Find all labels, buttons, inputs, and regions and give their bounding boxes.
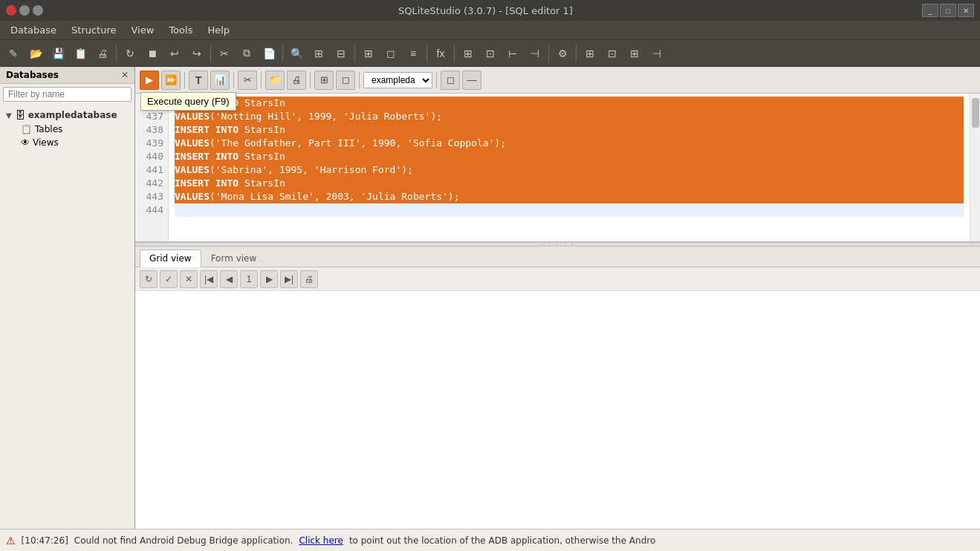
code-editor[interactable]: 436 437 438 439 440 441 442 443 444 INSE… <box>135 94 980 242</box>
save-file-button[interactable]: 📁 <box>265 71 285 90</box>
maximize-button[interactable] <box>33 5 43 16</box>
status-time: [10:47:26] <box>22 535 68 546</box>
tab-grid-view[interactable]: Grid view <box>140 250 201 267</box>
res-next-button[interactable]: ▶ <box>260 270 278 288</box>
tb-print-button[interactable]: 🖨 <box>92 43 113 64</box>
res-cancel-button[interactable]: ✕ <box>180 270 198 288</box>
code-line-438: INSERT INTO StarsIn <box>175 123 964 137</box>
close-button[interactable] <box>6 5 16 16</box>
tb-split-button[interactable]: ⊣ <box>646 43 667 64</box>
status-link[interactable]: Click here <box>299 535 343 546</box>
sidebar-close-button[interactable]: ✕ <box>121 70 129 80</box>
tb-union-button[interactable]: ⊡ <box>480 43 501 64</box>
sidebar: Databases ✕ ▼ 🗄 exampledatabase 📋 Tables… <box>0 67 135 529</box>
res-last-button[interactable]: ▶| <box>280 270 298 288</box>
code-line-437: VALUES('Notting Hill', 1999, 'Julia Robe… <box>175 110 964 123</box>
res-page-button[interactable]: 1 <box>240 270 258 288</box>
tb-settings-button[interactable]: ⚙ <box>552 43 573 64</box>
btn-border[interactable]: ◻ <box>441 71 460 90</box>
minimize-button[interactable] <box>19 5 30 16</box>
tb-rowview-button[interactable]: ⊡ <box>602 43 623 64</box>
tb-redo-button[interactable]: ↪ <box>186 43 207 64</box>
tb-table-button[interactable]: ⊞ <box>358 43 379 64</box>
db-name: exampledatabase <box>28 110 117 120</box>
menu-view[interactable]: View <box>124 22 162 38</box>
tb-filter-button[interactable]: ⊞ <box>308 43 329 64</box>
execute-button[interactable]: ▶ Execute query (F9) <box>140 71 159 90</box>
filter-input[interactable] <box>3 87 132 102</box>
main-layout: Databases ✕ ▼ 🗄 exampledatabase 📋 Tables… <box>0 67 980 529</box>
menu-structure[interactable]: Structure <box>64 22 123 38</box>
editor-scrollbar[interactable] <box>970 94 980 241</box>
line-numbers: 436 437 438 439 440 441 442 443 444 <box>135 94 169 241</box>
status-bar: ⚠ [10:47:26] Could not find Android Debu… <box>0 529 980 551</box>
res-prev-button[interactable]: ◀ <box>220 270 238 288</box>
sidebar-header: Databases ✕ <box>0 67 134 84</box>
tb-stop-button[interactable]: ⏹ <box>142 43 163 64</box>
scroll-thumb <box>972 98 979 128</box>
views-item[interactable]: 👁 Views <box>18 136 132 149</box>
db-icon: 🗄 <box>15 109 25 121</box>
editor-btn2[interactable]: ◻ <box>336 71 355 90</box>
sql-sep2 <box>233 72 234 88</box>
tb-except-button[interactable]: ⊣ <box>525 43 545 64</box>
db-selector[interactable]: exampleda <box>363 72 432 88</box>
tb-fx-button[interactable]: fx <box>430 43 451 64</box>
open-file-button[interactable]: ✂ <box>238 71 257 90</box>
views-label: Views <box>33 137 59 148</box>
tab-form-view[interactable]: Form view <box>201 250 267 267</box>
window-title: SQLiteStudio (3.0.7) - [SQL editor 1] <box>53 5 918 16</box>
tb-save-button[interactable]: 💾 <box>48 43 68 64</box>
sidebar-filter <box>3 87 132 102</box>
save-query-button[interactable]: 🖨 <box>287 71 306 90</box>
res-refresh-button[interactable]: ↻ <box>140 270 158 288</box>
results-tabs: Grid view Form view <box>135 247 980 267</box>
window-action-buttons: _ □ ✕ <box>922 4 974 17</box>
minimize-win-button[interactable]: _ <box>922 4 938 17</box>
menu-database[interactable]: Database <box>3 22 64 38</box>
status-message-after: to point out the location of the ADB app… <box>349 535 655 546</box>
res-check-button[interactable]: ✓ <box>160 270 178 288</box>
tb-paste-button[interactable]: 📄 <box>259 43 279 64</box>
code-line-442: INSERT INTO StarsIn <box>175 177 964 190</box>
explain-button[interactable]: 📊 <box>210 71 230 90</box>
sql-sep1 <box>184 72 185 88</box>
menu-help[interactable]: Help <box>200 22 237 38</box>
tb-cut-button[interactable]: ✂ <box>214 43 235 64</box>
tb-refresh-button[interactable]: ↻ <box>120 43 140 64</box>
grid-view-button[interactable]: ⊞ <box>314 71 334 90</box>
close-win-button[interactable]: ✕ <box>958 4 974 17</box>
results-toolbar: ↻ ✓ ✕ |◀ ◀ 1 ▶ ▶| 🖨 <box>135 267 980 291</box>
tb-view-button[interactable]: ◻ <box>380 43 401 64</box>
tb-undo-button[interactable]: ↩ <box>164 43 185 64</box>
tb-join-button[interactable]: ⊞ <box>458 43 478 64</box>
execute-step-button[interactable]: ⏩ <box>161 71 181 90</box>
tb-sort-button[interactable]: ⊟ <box>331 43 351 64</box>
sql-sep6 <box>436 72 437 88</box>
tables-item[interactable]: 📋 Tables <box>18 123 132 136</box>
status-error-icon: ⚠ <box>6 535 16 547</box>
status-message: Could not find Android Debug Bridge appl… <box>74 535 293 546</box>
db-expand-item[interactable]: ▼ 🗄 exampledatabase <box>3 108 132 123</box>
tb-new-button[interactable]: ✎ <box>3 43 24 64</box>
tb-colview-button[interactable]: ⊞ <box>580 43 600 64</box>
toolbar-sep1 <box>116 45 117 62</box>
tb-fullview-button[interactable]: ⊞ <box>624 43 645 64</box>
tb-index-button[interactable]: ≡ <box>403 43 424 64</box>
tb-open-button[interactable]: 📂 <box>25 43 46 64</box>
sql-sep4 <box>310 72 311 88</box>
menu-tools[interactable]: Tools <box>161 22 200 38</box>
code-content[interactable]: INSERT INTO StarsIn VALUES('Notting Hill… <box>169 94 970 241</box>
window-controls <box>6 5 43 16</box>
tb-intersect-button[interactable]: ⊢ <box>502 43 523 64</box>
btn-dash[interactable]: — <box>462 71 481 90</box>
restore-win-button[interactable]: □ <box>940 4 956 17</box>
code-line-444 <box>175 203 964 217</box>
tb-saveas-button[interactable]: 📋 <box>70 43 91 64</box>
tb-find-button[interactable]: 🔍 <box>286 43 307 64</box>
format-button[interactable]: T <box>189 71 208 90</box>
res-first-button[interactable]: |◀ <box>200 270 218 288</box>
res-print-button[interactable]: 🖨 <box>300 270 318 288</box>
code-line-439: VALUES('The Godfather, Part III', 1990, … <box>175 137 964 150</box>
tb-copy-button[interactable]: ⧉ <box>236 43 257 64</box>
